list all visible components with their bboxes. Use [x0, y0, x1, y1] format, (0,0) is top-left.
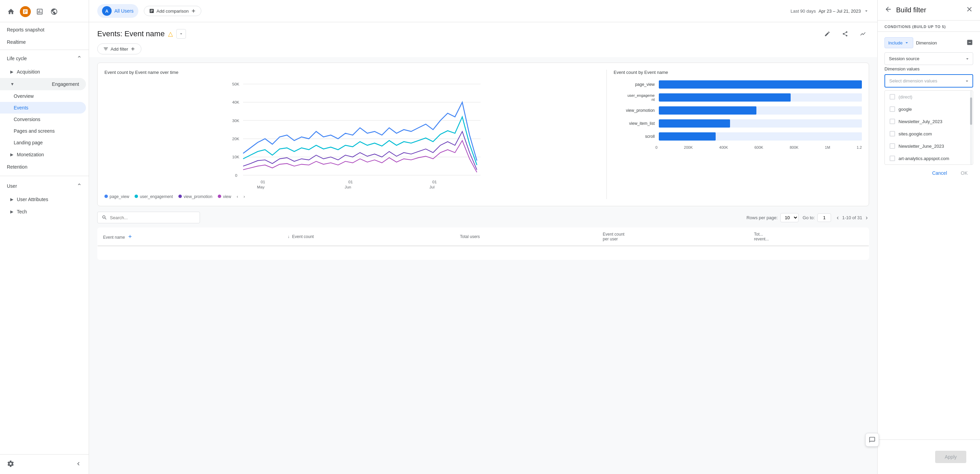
filter-footer: Apply	[878, 439, 980, 474]
col-event-count-per-user[interactable]: Event countper user	[597, 228, 749, 246]
user-section-header[interactable]: User ⌃	[0, 179, 89, 193]
checkbox-direct[interactable]	[889, 94, 895, 100]
user-badge-avatar: A	[102, 6, 111, 16]
dimension-option-google[interactable]: google	[885, 103, 973, 115]
sidebar-item-user-attributes[interactable]: ▶ User Attributes	[0, 193, 86, 206]
legend-nav-next[interactable]: ›	[243, 194, 245, 199]
sidebar-item-conversions[interactable]: Conversions	[0, 114, 86, 125]
rows-per-page-select[interactable]: 10 25 50	[780, 213, 799, 222]
sidebar-item-engagement[interactable]: ▼ Engagement	[0, 78, 86, 90]
pagination-next-btn[interactable]: ›	[864, 213, 869, 223]
user-section-chevron: ⌃	[77, 182, 82, 190]
col-total-users[interactable]: Total users	[454, 228, 597, 246]
option-direct-label: (direct)	[899, 94, 912, 100]
checkbox-newsletter-july[interactable]	[889, 119, 895, 124]
checkbox-newsletter-june[interactable]	[889, 143, 895, 149]
date-range-selector[interactable]: Last 90 days Apr 23 – Jul 21, 2023	[791, 8, 869, 14]
sidebar-bottom	[0, 454, 89, 474]
line-chart-container: Event count by Event name over time 50K …	[105, 70, 601, 199]
sidebar-item-tech[interactable]: ▶ Tech	[0, 206, 86, 218]
checkbox-google[interactable]	[889, 106, 895, 112]
dimension-values-select[interactable]: Select dimension values	[885, 74, 973, 87]
title-dropdown-btn[interactable]	[177, 29, 186, 39]
sidebar-item-reports-snapshot[interactable]: Reports snapshot	[0, 24, 86, 36]
table-row	[98, 246, 869, 260]
engagement-label: Engagement	[52, 81, 79, 87]
filter-panel: Build filter CONDITIONS (BUILD UP TO 5) …	[877, 0, 980, 474]
icon-strip	[821, 28, 869, 40]
user-section-label: User	[7, 183, 17, 189]
sidebar-item-acquisition[interactable]: ▶ Acquisition	[0, 66, 86, 78]
add-column-btn[interactable]: +	[128, 233, 132, 240]
user-badge-label: All Users	[115, 8, 134, 14]
filter-panel-title: Build filter	[896, 6, 961, 14]
ok-button[interactable]: OK	[955, 168, 973, 179]
scrollbar-thumb[interactable]	[970, 97, 972, 125]
cancel-button[interactable]: Cancel	[927, 168, 953, 179]
insights-icon-btn[interactable]	[857, 28, 869, 40]
add-comparison-button[interactable]: Add comparison	[144, 6, 201, 16]
overview-label: Overview	[14, 94, 33, 99]
feedback-button[interactable]	[865, 433, 877, 447]
checkbox-sites-google[interactable]	[889, 131, 895, 136]
sidebar-item-landing-page[interactable]: Landing page	[0, 137, 86, 148]
dimension-option-art-analytics[interactable]: art-analytics.appspot.com	[885, 152, 973, 165]
pages-screens-label: Pages and screens	[14, 128, 55, 134]
table-controls: Rows per page: 10 25 50 Go to: ‹ 1-10 of…	[97, 212, 869, 224]
lifecycle-section-header[interactable]: Life cycle ⌃	[0, 51, 89, 66]
sidebar-item-realtime[interactable]: Realtime	[0, 36, 86, 48]
dimension-option-newsletter-july[interactable]: Newsletter_July_2023	[885, 115, 973, 128]
dimension-option-sites-google[interactable]: sites.google.com	[885, 128, 973, 140]
edit-icon-btn[interactable]	[821, 28, 834, 40]
sidebar-item-retention[interactable]: Retention	[0, 161, 86, 173]
reports-icon[interactable]	[34, 6, 45, 17]
checkbox-art-analytics[interactable]	[889, 155, 895, 161]
goto-input[interactable]	[817, 213, 831, 222]
dimension-option-direct[interactable]: (direct)	[885, 90, 973, 103]
sidebar-item-overview[interactable]: Overview	[0, 90, 86, 102]
sidebar-item-events[interactable]: Events	[0, 102, 86, 114]
explore-icon[interactable]	[49, 6, 60, 17]
rows-per-page-label: Rows per page:	[746, 215, 778, 220]
add-filter-label: Add filter	[111, 46, 128, 52]
date-range-value: Apr 23 – Jul 21, 2023	[818, 8, 861, 14]
col-event-count[interactable]: ↓ Event count	[282, 228, 455, 246]
bar-x-labels: 0200K400K600K800K1M1.2	[655, 145, 862, 149]
svg-text:10K: 10K	[232, 155, 239, 159]
bar-label-view-promotion: view_promotion	[614, 108, 655, 113]
share-icon-btn[interactable]	[839, 28, 851, 40]
date-prefix: Last 90 days	[791, 8, 816, 14]
bar-row-user-engagement: user_engagement	[614, 94, 862, 101]
option-newsletter-june-label: Newsletter_June_2023	[899, 144, 944, 149]
col-total-revenue[interactable]: Tot...revent...	[749, 228, 869, 246]
events-label: Events	[14, 105, 29, 111]
dimension-static-label: Dimension	[916, 40, 964, 46]
search-input[interactable]	[110, 215, 178, 220]
option-art-analytics-label: art-analytics.appspot.com	[899, 156, 949, 161]
settings-icon[interactable]	[7, 460, 14, 469]
add-filter-button[interactable]: Add filter	[97, 43, 142, 54]
legend-nav-prev[interactable]: ‹	[237, 194, 238, 199]
pagination-prev-btn[interactable]: ‹	[835, 213, 840, 223]
apply-button[interactable]: Apply	[935, 451, 966, 463]
session-source-select[interactable]: Session source	[885, 52, 973, 65]
add-comparison-label: Add comparison	[156, 8, 189, 14]
bar-track-page-view	[659, 80, 862, 89]
lifecycle-label: Life cycle	[7, 56, 27, 61]
svg-text:50K: 50K	[232, 82, 239, 86]
filter-back-btn[interactable]	[885, 5, 892, 15]
filter-apply-area: Apply	[878, 439, 980, 474]
collapse-sidebar-btn[interactable]	[75, 460, 82, 468]
user-segment-badge[interactable]: A All Users	[97, 4, 138, 18]
bar-label-scroll: scroll	[614, 134, 655, 139]
svg-text:0: 0	[235, 173, 238, 178]
analytics-icon[interactable]	[20, 6, 31, 17]
filter-close-btn[interactable]	[966, 5, 973, 15]
sidebar-item-pages-screens[interactable]: Pages and screens	[0, 125, 86, 137]
include-dropdown[interactable]: Include	[885, 37, 913, 48]
sidebar-item-monetization[interactable]: ▶ Monetization	[0, 148, 86, 161]
search-box[interactable]	[97, 212, 200, 224]
dimension-option-newsletter-june[interactable]: Newsletter_June_2023	[885, 140, 973, 152]
home-icon[interactable]	[5, 6, 16, 17]
delete-row-btn[interactable]	[966, 39, 973, 47]
